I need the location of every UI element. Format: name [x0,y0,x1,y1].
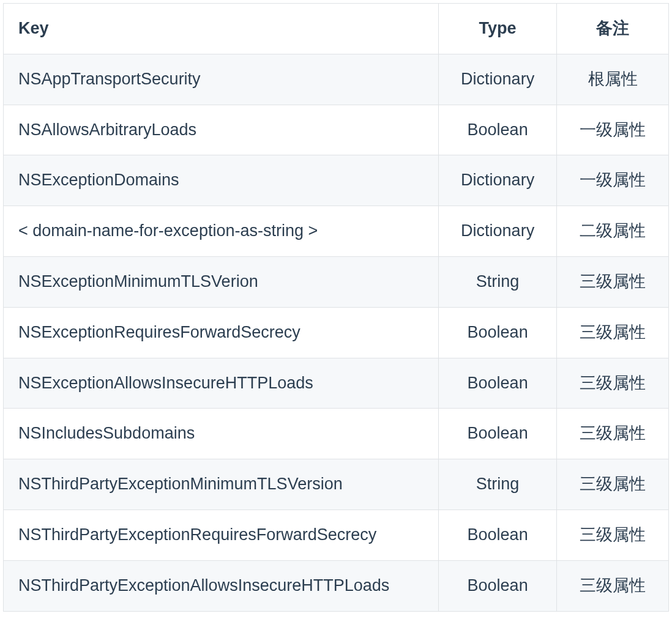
table-row: NSExceptionDomains Dictionary 一级属性 [4,155,669,206]
cell-note: 一级属性 [557,155,669,206]
table-row: NSExceptionAllowsInsecureHTTPLoads Boole… [4,358,669,409]
header-note: 备注 [557,4,669,54]
cell-note: 根属性 [557,54,669,105]
cell-type: Boolean [439,105,557,155]
table-row: NSExceptionMinimumTLSVerion String 三级属性 [4,256,669,307]
cell-note: 三级属性 [557,409,669,459]
table-row: NSExceptionRequiresForwardSecrecy Boolea… [4,307,669,358]
cell-note: 三级属性 [557,459,669,510]
cell-key: NSExceptionMinimumTLSVerion [4,256,439,307]
table-row: NSThirdPartyExceptionRequiresForwardSecr… [4,510,669,560]
cell-type: Boolean [439,358,557,409]
table-header-row: Key Type 备注 [4,4,669,54]
cell-type: String [439,256,557,307]
table-row: NSIncludesSubdomains Boolean 三级属性 [4,409,669,459]
cell-type: Boolean [439,307,557,358]
cell-note: 一级属性 [557,105,669,155]
cell-key: NSAllowsArbitraryLoads [4,105,439,155]
table-row: NSAllowsArbitraryLoads Boolean 一级属性 [4,105,669,155]
cell-key: < domain-name-for-exception-as-string > [4,206,439,257]
cell-note: 三级属性 [557,560,669,611]
cell-note: 二级属性 [557,206,669,257]
cell-key: NSExceptionRequiresForwardSecrecy [4,307,439,358]
cell-key: NSThirdPartyExceptionMinimumTLSVersion [4,459,439,510]
cell-key: NSThirdPartyExceptionAllowsInsecureHTTPL… [4,560,439,611]
cell-type: Boolean [439,409,557,459]
cell-type: String [439,459,557,510]
cell-key: NSThirdPartyExceptionRequiresForwardSecr… [4,510,439,560]
cell-key: NSExceptionDomains [4,155,439,206]
table-row: NSAppTransportSecurity Dictionary 根属性 [4,54,669,105]
header-type: Type [439,4,557,54]
cell-type: Boolean [439,560,557,611]
table-row: NSThirdPartyExceptionMinimumTLSVersion S… [4,459,669,510]
cell-key: NSAppTransportSecurity [4,54,439,105]
cell-type: Boolean [439,510,557,560]
cell-note: 三级属性 [557,358,669,409]
ats-keys-table: Key Type 备注 NSAppTransportSecurity Dicti… [3,3,669,612]
cell-type: Dictionary [439,54,557,105]
table-row: < domain-name-for-exception-as-string > … [4,206,669,257]
cell-note: 三级属性 [557,256,669,307]
cell-key: NSIncludesSubdomains [4,409,439,459]
cell-note: 三级属性 [557,510,669,560]
cell-key: NSExceptionAllowsInsecureHTTPLoads [4,358,439,409]
header-key: Key [4,4,439,54]
cell-type: Dictionary [439,206,557,257]
table-row: NSThirdPartyExceptionAllowsInsecureHTTPL… [4,560,669,611]
cell-note: 三级属性 [557,307,669,358]
cell-type: Dictionary [439,155,557,206]
